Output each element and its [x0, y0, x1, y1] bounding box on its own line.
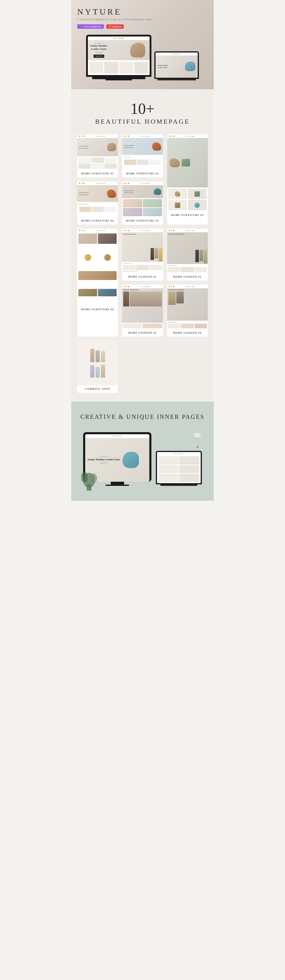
fashion-03-fig-2 [130, 291, 162, 306]
mini-products-04 [78, 205, 117, 213]
svg-point-1 [194, 433, 201, 438]
card-furniture-01[interactable]: NYTURE Sunday ModularLeather Chaise [77, 134, 118, 177]
laptop-mockup: NYTURE Sunday ModularLeather Chaise [154, 51, 199, 80]
fashion-03-fig-1 [123, 291, 129, 306]
card-furniture-03[interactable]: NYTURE [167, 134, 208, 224]
mini-logo-04: NYTURE [96, 183, 106, 184]
mini-product-4 [78, 164, 91, 169]
inner-product-title: Sunday Modular Leather Chase [88, 458, 120, 461]
fashion-hero-text-02: SURPLICE TOP WITH KNOT [168, 234, 207, 235]
fashion-prod-1 [123, 265, 135, 270]
inner-laptop-prod-6 [179, 474, 200, 482]
nav-dot-red [169, 135, 170, 137]
card-fashion-03[interactable]: NYTURE SURPLICE TOP WITH KNOT [122, 285, 163, 337]
fashion-prod-02-2 [181, 267, 194, 272]
fashion-fig-1 [151, 248, 154, 260]
nav-dot-yellow [81, 230, 82, 231]
card-label-fashion-04: HOME FASHION 04 [167, 329, 208, 337]
inner-laptop-prod-4 [179, 465, 200, 473]
nav-dot-red [124, 135, 125, 137]
card-furniture-02[interactable]: NYTURE Sunday ModularLeather Chaise Best… [122, 134, 163, 177]
mini-prod-c [149, 159, 161, 165]
card-label-05: HOME FURNITURE 05 [122, 217, 163, 224]
new-trending-04: NEW TRENDING [78, 203, 117, 205]
shelf-03 [182, 159, 190, 166]
card-fashion-01[interactable]: NYTURE Puffed-Shoulders T-shirt OUR MUST… [122, 229, 163, 281]
inner-chair-blue [123, 452, 139, 468]
nav-dot-yellow [126, 183, 127, 184]
mini-product-3 [104, 158, 117, 163]
fashion-04-fig-2 [176, 291, 184, 304]
fashion-fig-2 [155, 248, 158, 258]
card-preview-06: NYTURE [77, 229, 118, 306]
card-furniture-04[interactable]: NYTURE Sunday ModularLeather Chaise NEW … [77, 181, 118, 224]
card-label-coming-soon: COMMING SOON [77, 385, 118, 393]
card-furniture-06[interactable]: NYTURE HOME FURNITURE 06 [77, 229, 118, 337]
coming-fig-3 [101, 351, 105, 362]
preview-inner-05: NYTURE Sunday ModularLeather Chaise [122, 181, 163, 217]
mini-prod-04-c [104, 207, 116, 212]
furn06-lamp [78, 234, 97, 244]
mini-nav-fashion-04: NYTURE [167, 285, 208, 288]
coming-fig-6 [101, 364, 105, 378]
inner-screen-nav: NYTURE [85, 434, 149, 438]
furn06-vase-brown [104, 254, 111, 261]
nav-dot-red [124, 230, 125, 231]
imac-mockup: NYTURE SLUMBER SET Sunday ModularLeather… [86, 35, 151, 80]
nav-dot-yellow [81, 183, 82, 184]
preview-inner-03: NYTURE [167, 134, 208, 212]
nav-dot-yellow [81, 135, 82, 137]
preview-inner-02: NYTURE Sunday ModularLeather Chaise Best… [122, 134, 163, 170]
plugin-badges: 🛒 WOOCOMMERCE ⚡ elementor [77, 24, 208, 29]
card-preview-04: NYTURE Sunday ModularLeather Chaise NEW … [77, 181, 118, 217]
homepage-grid: NYTURE Sunday ModularLeather Chaise [77, 134, 208, 393]
inner-laptop-prod-1 [158, 456, 179, 465]
nav-dot-green [173, 230, 174, 231]
elementor-badge: ⚡ elementor [106, 24, 124, 29]
nav-dot-red [124, 286, 125, 287]
furn06-cabinet [78, 289, 97, 296]
f03-prod-2 [143, 324, 162, 328]
mini-nav-fashion-03: NYTURE [122, 285, 163, 288]
card-furniture-05[interactable]: NYTURE Sunday ModularLeather Chaise HOME… [122, 181, 163, 224]
mini-chair-02 [152, 142, 161, 151]
mini-logo-03: NYTURE [186, 135, 195, 137]
mini-hero-text-01: Sunday ModularLeather Chaise [79, 145, 89, 149]
card-label-01: HOME FURNITURE 01 [77, 170, 118, 177]
brand-logo: NYTURE [77, 7, 208, 17]
laptop-product-title: Sunday ModularLeather Chaise [157, 65, 168, 68]
elementor-label: elementor [112, 25, 122, 28]
mini-nav-01: NYTURE [77, 134, 118, 138]
mini-logo: NYTURE [96, 135, 106, 137]
nav-dot-red [79, 135, 80, 137]
fashion-dark-fig-2 [200, 250, 203, 261]
homepage-title: BEAUTIFUL HOMEPAGE [77, 118, 208, 126]
mini-product-2 [91, 158, 104, 163]
chair-illustration [130, 43, 145, 57]
nav-dot-yellow [171, 135, 172, 137]
hero-cta[interactable]: SHOP NOW [93, 54, 104, 58]
prod-vase-a [194, 203, 200, 208]
card-preview-fashion-04: NYTURE SURPLICE TOP WITH KNOT TRENDING 2… [167, 285, 208, 329]
svg-point-2 [197, 446, 198, 448]
preview-inner-06: NYTURE [77, 229, 118, 306]
nav-dot-yellow [126, 135, 127, 137]
card-fashion-04[interactable]: NYTURE SURPLICE TOP WITH KNOT TRENDING 2… [167, 285, 208, 337]
card-fashion-02[interactable]: NYTURE SURPLICE TOP WITH KNOT OUR MUST H… [167, 229, 208, 281]
mini-prod-a [124, 159, 136, 165]
card-coming-soon[interactable]: COMMING SOON [77, 341, 118, 393]
inner-pages-title: CREATIVE & UNIQUE INNER PAGES [77, 414, 208, 420]
trending-label: Best Trending [123, 156, 162, 158]
mini-product-6 [104, 164, 117, 169]
f04-prod-3 [194, 324, 207, 328]
mini-logo-f01: NYTURE [141, 230, 150, 231]
nav-dot-green [128, 183, 129, 184]
preview-inner-01: NYTURE Sunday ModularLeather Chaise [77, 134, 118, 170]
laptop-body: NYTURE Sunday ModularLeather Chaise [154, 51, 199, 79]
card-label-fashion-03: HOME FASHION 03 [122, 329, 163, 337]
mini-logo-05: NYTURE [141, 183, 150, 184]
furn06-sofa [78, 271, 117, 280]
fashion-04-fig-1 [168, 291, 176, 305]
card-label-04: HOME FURNITURE 04 [77, 217, 118, 224]
prod-cabinet-a [175, 203, 180, 208]
